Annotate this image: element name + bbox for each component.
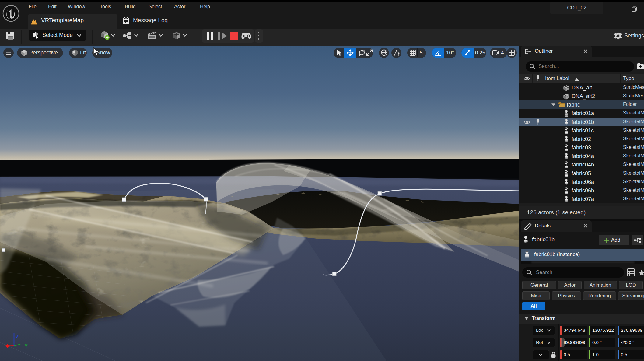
svg-text:Y: Y	[24, 343, 28, 349]
svg-text:Z: Z	[16, 334, 19, 339]
